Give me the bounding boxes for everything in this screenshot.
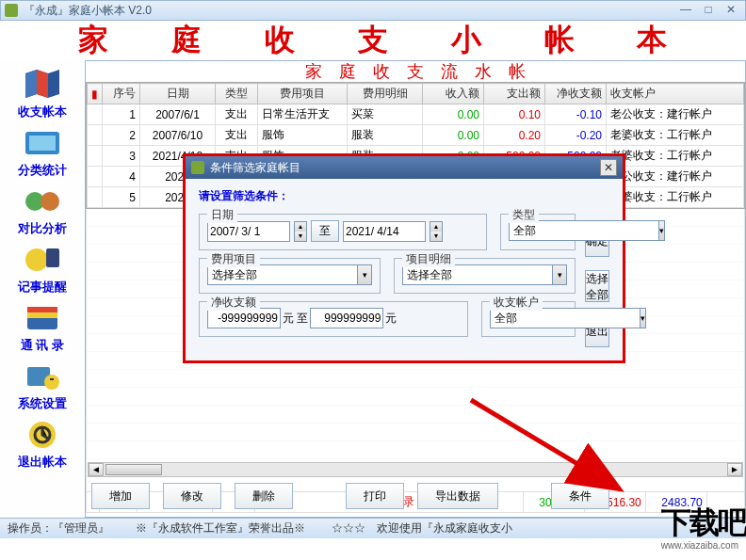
sidebar-item-compare[interactable]: 对比分析	[5, 183, 80, 239]
detail-combo[interactable]: ▾	[402, 264, 567, 285]
status-credit: ※『永成软件工作室』荣誉出品※	[136, 520, 305, 536]
net-to-unit: 元	[385, 311, 397, 327]
minimize-button[interactable]: —	[675, 3, 696, 18]
exit-icon	[20, 418, 65, 452]
watermark: 下载吧 www.xiazaiba.com	[661, 503, 746, 551]
books-icon	[20, 68, 65, 102]
date-from-spinner[interactable]: ▲▼	[294, 221, 307, 242]
sidebar-label: 系统设置	[18, 395, 67, 412]
account-input[interactable]	[490, 308, 640, 328]
dialog-icon	[191, 161, 204, 174]
col-num[interactable]: 序号	[103, 84, 140, 104]
export-button[interactable]: 导出数据	[417, 483, 498, 509]
date-to-input[interactable]	[343, 221, 426, 242]
col-detail[interactable]: 费用明细	[348, 84, 423, 104]
col-account[interactable]: 收支帐户	[607, 84, 744, 104]
dialog-title: 条件筛选家庭帐目	[210, 160, 600, 176]
account-combo[interactable]: ▾	[490, 308, 567, 328]
filter-button[interactable]: 条件	[551, 483, 609, 509]
window-title: 『永成』家庭小帐本 V2.0	[24, 3, 673, 19]
subtitle: 家 庭 收 支 流 水 帐	[86, 61, 745, 82]
sidebar-item-stats[interactable]: 分类统计	[5, 124, 80, 181]
col-date[interactable]: 日期	[140, 84, 216, 104]
close-button[interactable]: ✕	[721, 3, 741, 18]
print-button[interactable]: 打印	[346, 483, 404, 509]
col-expense[interactable]: 支出额	[484, 84, 545, 104]
contacts-icon	[20, 301, 65, 335]
item-combo[interactable]: ▾	[207, 264, 372, 285]
col-net[interactable]: 净收支额	[545, 84, 607, 104]
dialog-close-button[interactable]: ✕	[600, 159, 617, 176]
filter-dialog: 条件筛选家庭帐目 ✕ 请设置筛选条件： 日期 ▲▼ 至 ▲▼	[183, 153, 625, 363]
compare-icon	[20, 184, 65, 218]
scroll-thumb[interactable]	[105, 464, 162, 475]
detail-input[interactable]	[402, 264, 552, 285]
net-from-unit: 元 至	[283, 311, 308, 327]
account-legend: 收支帐户	[490, 295, 543, 311]
col-item[interactable]: 费用项目	[258, 84, 348, 104]
item-input[interactable]	[207, 264, 357, 285]
chevron-down-icon[interactable]: ▾	[552, 264, 567, 285]
delete-button[interactable]: 删除	[235, 483, 293, 509]
app-icon	[5, 4, 18, 17]
sidebar-label: 对比分析	[18, 220, 67, 237]
type-input[interactable]	[509, 220, 658, 241]
dialog-prompt: 请设置筛选条件：	[199, 188, 609, 204]
header-title: 家 庭 收 支 小 帐 本	[0, 21, 746, 60]
sidebar-item-contacts[interactable]: 通 讯 录	[5, 299, 80, 356]
chevron-down-icon[interactable]: ▾	[357, 264, 372, 285]
sidebar-item-exit[interactable]: 退出帐本	[5, 416, 80, 472]
stats-icon	[20, 126, 65, 160]
bottom-toolbar: 增加 修改 删除 打印 导出数据 条件	[91, 481, 739, 511]
sidebar-item-settings[interactable]: 系统设置	[5, 358, 80, 414]
type-combo[interactable]: ▾	[509, 220, 567, 241]
detail-legend: 项目明细	[402, 251, 455, 267]
horizontal-scrollbar[interactable]: ◄ ►	[88, 462, 743, 477]
col-income[interactable]: 收入额	[423, 84, 484, 104]
svg-point-4	[25, 248, 48, 271]
chevron-down-icon[interactable]: ▾	[640, 308, 646, 328]
dialog-titlebar[interactable]: 条件筛选家庭帐目 ✕	[186, 156, 623, 179]
svg-rect-1	[29, 136, 56, 151]
sidebar: 收支帐本 分类统计 对比分析 记事提醒 通 讯 录 系统设置 退出帐本	[0, 60, 85, 518]
date-to-spinner[interactable]: ▲▼	[430, 221, 443, 242]
svg-rect-8	[27, 312, 57, 318]
sidebar-item-ledger[interactable]: 收支帐本	[5, 66, 80, 122]
add-button[interactable]: 增加	[91, 483, 150, 509]
date-legend: 日期	[207, 207, 237, 223]
net-to-input[interactable]	[310, 308, 383, 328]
status-operator: 操作员：『管理员』	[8, 520, 109, 536]
item-legend: 费用项目	[207, 251, 260, 267]
net-legend: 净收支额	[207, 295, 260, 311]
watermark-url: www.xiazaiba.com	[661, 540, 746, 551]
select-all-button[interactable]: 选择全部	[585, 270, 609, 302]
sidebar-item-reminder[interactable]: 记事提醒	[5, 241, 80, 297]
scroll-right-icon[interactable]: ►	[727, 463, 742, 476]
date-to-label: 至	[311, 220, 339, 242]
scroll-left-icon[interactable]: ◄	[89, 463, 104, 476]
sidebar-label: 通 讯 录	[21, 337, 64, 354]
table-row[interactable]: 1 2007/6/1 支出 日常生活开支 买菜 0.00 0.10 -0.10 …	[88, 104, 744, 125]
net-from-input[interactable]	[207, 308, 281, 328]
svg-point-10	[44, 375, 59, 390]
table-row[interactable]: 2 2007/6/10 支出 服饰 服装 0.00 0.20 -0.20 老婆收…	[88, 125, 744, 146]
svg-rect-5	[46, 248, 59, 267]
sidebar-label: 退出帐本	[18, 454, 67, 471]
col-indicator: ▮	[88, 84, 103, 104]
status-welcome: ☆☆☆ 欢迎使用『永成家庭收支小	[332, 520, 512, 536]
sidebar-label: 记事提醒	[18, 279, 67, 296]
col-type[interactable]: 类型	[216, 84, 258, 104]
svg-rect-7	[27, 307, 57, 312]
status-bar: 操作员：『管理员』 ※『永成软件工作室』荣誉出品※ ☆☆☆ 欢迎使用『永成家庭收…	[0, 518, 746, 538]
sidebar-label: 分类统计	[18, 162, 67, 179]
sidebar-label: 收支帐本	[18, 104, 67, 120]
date-from-input[interactable]	[207, 221, 290, 242]
chevron-down-icon[interactable]: ▾	[658, 220, 665, 241]
edit-button[interactable]: 修改	[163, 483, 221, 509]
reminder-icon	[20, 243, 65, 277]
table-header-row: ▮ 序号 日期 类型 费用项目 费用明细 收入额 支出额 净收支额 收支帐户	[88, 84, 744, 104]
watermark-text: 下载吧	[661, 503, 746, 544]
maximize-button[interactable]: □	[698, 3, 719, 18]
svg-rect-11	[50, 378, 54, 380]
type-legend: 类型	[509, 207, 539, 223]
